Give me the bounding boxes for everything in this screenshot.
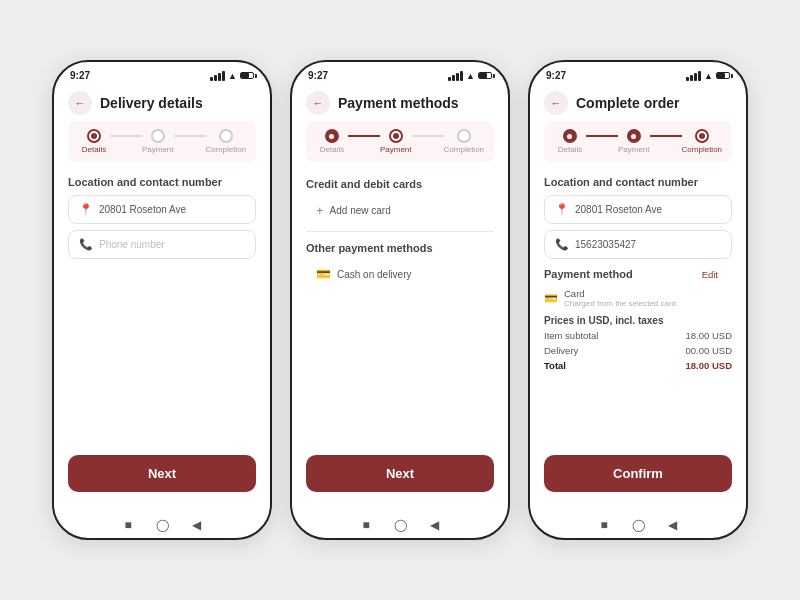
nav-circle-2[interactable]: ◯ — [393, 518, 407, 532]
status-icons-1: ▲ — [210, 71, 254, 81]
step-circle-completion-2 — [457, 129, 471, 143]
address-value-1: 20801 Roseton Ave — [99, 204, 186, 215]
back-button-3[interactable]: ← — [544, 91, 568, 115]
step-circle-payment-1 — [151, 129, 165, 143]
step-label-payment-3: Payment — [618, 145, 650, 154]
other-payment-label: Other payment methods — [292, 236, 508, 258]
next-button-1[interactable]: Next — [68, 455, 256, 492]
location-icon-3: 📍 — [555, 203, 569, 216]
step-details-2: Details — [316, 129, 348, 154]
total-row: Total 18.00 USD — [530, 358, 746, 373]
phone3-content: ← Complete order Details Payment — [530, 85, 746, 510]
confirm-button[interactable]: Confirm — [544, 455, 732, 492]
step-label-details-3: Details — [558, 145, 582, 154]
cards-section-label: Credit and debit cards — [292, 172, 508, 194]
add-card-item[interactable]: + Add new card — [306, 197, 494, 224]
signal-1 — [210, 77, 213, 81]
item-subtotal-row: Item subtotal 18.00 USD — [530, 328, 746, 343]
section-contact-label-3: Location and contact number — [530, 172, 746, 192]
battery-icon-2 — [478, 72, 492, 79]
cash-icon: 💳 — [316, 267, 331, 281]
payment-method-row: Payment method Edit — [530, 262, 746, 286]
next-button-2[interactable]: Next — [306, 455, 494, 492]
nav-square-2[interactable]: ■ — [359, 518, 373, 532]
phones-container: 9:27 ▲ ← Delivery details — [52, 60, 748, 540]
phone1-title: Delivery details — [100, 95, 203, 111]
card-detail: 💳 Card Charged from the selected card — [530, 286, 746, 310]
step-completion-1: Completion — [206, 129, 246, 154]
phone1-header: ← Delivery details — [54, 85, 270, 121]
step-circle-details-3 — [563, 129, 577, 143]
section-contact-label-1: Location and contact number — [54, 172, 270, 192]
nav-back-3[interactable]: ◀ — [665, 518, 679, 532]
status-icons-3: ▲ — [686, 71, 730, 81]
phone2-content: ← Payment methods Details Payment — [292, 85, 508, 510]
time-1: 9:27 — [70, 70, 90, 81]
time-3: 9:27 — [546, 70, 566, 81]
back-button-1[interactable]: ← — [68, 91, 92, 115]
phone-icon-1: 📞 — [79, 238, 93, 251]
phone-field-1[interactable]: 📞 Phone number — [68, 230, 256, 259]
wifi-icon-2: ▲ — [466, 71, 475, 81]
edit-link[interactable]: Edit — [702, 269, 732, 280]
progress-steps-2: Details Payment Completion — [316, 129, 484, 154]
step-completion-2: Completion — [444, 129, 484, 154]
address-value-3: 20801 Roseton Ave — [575, 204, 662, 215]
phone-field-3[interactable]: 📞 15623035427 — [544, 230, 732, 259]
status-bar-3: 9:27 ▲ — [530, 62, 746, 85]
step-circle-completion-1 — [219, 129, 233, 143]
step-line-3a — [586, 135, 618, 137]
nav-square-3[interactable]: ■ — [597, 518, 611, 532]
phone2-title: Payment methods — [338, 95, 459, 111]
total-value: 18.00 USD — [686, 360, 732, 371]
address-field-3[interactable]: 📍 20801 Roseton Ave — [544, 195, 732, 224]
progress-bar-2: Details Payment Completion — [306, 121, 494, 162]
step-line-1a — [110, 135, 142, 137]
nav-square-1[interactable]: ■ — [121, 518, 135, 532]
prices-label: Prices in USD, incl. taxes — [530, 310, 746, 328]
phone-icon-3: 📞 — [555, 238, 569, 251]
nav-circle-1[interactable]: ◯ — [155, 518, 169, 532]
card-label: Card — [564, 288, 676, 299]
cash-on-delivery-item[interactable]: 💳 Cash on delivery — [306, 261, 494, 287]
step-completion-3: Completion — [682, 129, 722, 154]
phone2-nav: ■ ◯ ◀ — [292, 510, 508, 538]
delivery-value: 00.00 USD — [686, 345, 732, 356]
location-icon-1: 📍 — [79, 203, 93, 216]
address-field-1[interactable]: 📍 20801 Roseton Ave — [68, 195, 256, 224]
phone1-bottom: Next — [54, 262, 270, 500]
phone1-nav: ■ ◯ ◀ — [54, 510, 270, 538]
phone-complete-order: 9:27 ▲ ← Complete order — [528, 60, 748, 540]
item-subtotal-value: 18.00 USD — [686, 330, 732, 341]
phone3-header: ← Complete order — [530, 85, 746, 121]
phone-placeholder-1: Phone number — [99, 239, 165, 250]
step-line-3b — [650, 135, 682, 137]
back-button-2[interactable]: ← — [306, 91, 330, 115]
nav-circle-3[interactable]: ◯ — [631, 518, 645, 532]
phone1-content: ← Delivery details Details Payment — [54, 85, 270, 510]
step-line-2b — [412, 135, 444, 137]
phone-delivery-details: 9:27 ▲ ← Delivery details — [52, 60, 272, 540]
add-card-label: Add new card — [330, 205, 391, 216]
delivery-label: Delivery — [544, 345, 578, 356]
nav-back-2[interactable]: ◀ — [427, 518, 441, 532]
step-label-payment-1: Payment — [142, 145, 174, 154]
progress-bar-1: Details Payment Completion — [68, 121, 256, 162]
step-details-1: Details — [78, 129, 110, 154]
progress-bar-3: Details Payment Completion — [544, 121, 732, 162]
step-circle-details-2 — [325, 129, 339, 143]
step-label-details-2: Details — [320, 145, 344, 154]
step-payment-2: Payment — [380, 129, 412, 154]
payment-method-label: Payment method — [544, 264, 633, 284]
step-details-3: Details — [554, 129, 586, 154]
back-arrow-3: ← — [551, 97, 562, 109]
card-info: Card Charged from the selected card — [564, 288, 676, 308]
progress-steps-1: Details Payment Completion — [78, 129, 246, 154]
nav-back-1[interactable]: ◀ — [189, 518, 203, 532]
step-payment-1: Payment — [142, 129, 174, 154]
step-label-completion-1: Completion — [206, 145, 246, 154]
time-2: 9:27 — [308, 70, 328, 81]
total-label: Total — [544, 360, 566, 371]
back-arrow-2: ← — [313, 97, 324, 109]
step-circle-details-1 — [87, 129, 101, 143]
